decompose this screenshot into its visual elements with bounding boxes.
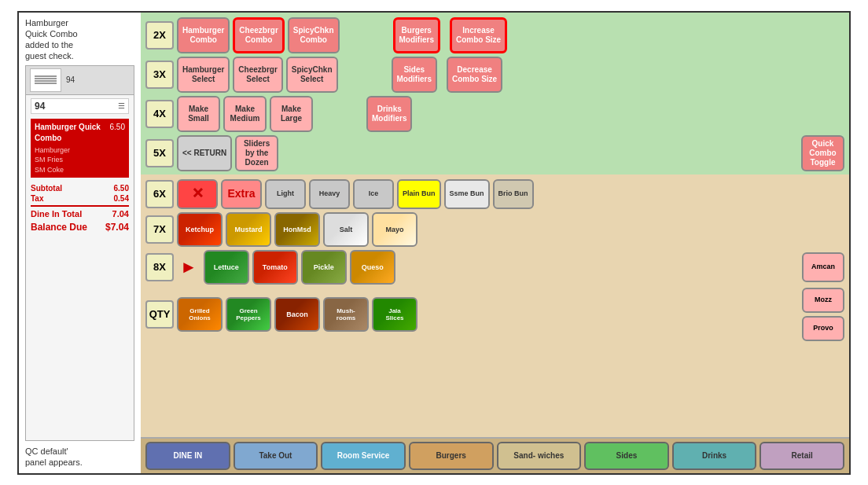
order-number: 94 (35, 101, 45, 112)
ketchup-btn[interactable]: Ketchup (177, 212, 223, 247)
balance-row: Balance Due $7.04 (31, 222, 129, 233)
cond-row-1: 6X ✕ Extra Light Heavy Ice Plain Bun Ssm… (145, 179, 844, 209)
increase-combo-size-btn[interactable]: Increase Combo Size (450, 17, 507, 53)
sides-nav[interactable]: Sides (584, 442, 669, 470)
menu-top-area: 2X Hamburger Combo Cheezbrgr Combo Spicy… (141, 13, 849, 175)
salt-btn[interactable]: Salt (323, 212, 369, 247)
sub-item-2: SM Fries (35, 155, 125, 165)
tax-value: 0.54 (114, 194, 129, 203)
totals-block: Subtotal 6.50 Tax 0.54 Dine In Total 7.0… (31, 184, 129, 233)
cond-row-3: 8X ► Lettuce Tomato Pickle Queso Amcan (145, 250, 844, 285)
queso-btn[interactable]: Queso (350, 250, 395, 285)
mozz-btn[interactable]: Mozz (802, 288, 844, 313)
cond-row-2: 7X Ketchup Mustard HonMsd Salt Mayo (145, 212, 844, 247)
arrow-icon: ► (180, 257, 197, 277)
order-icon: ☰ (118, 101, 125, 110)
provo-btn[interactable]: Provo (802, 316, 844, 341)
ice-btn[interactable]: Ice (353, 179, 394, 209)
button-row-1: 2X Hamburger Combo Cheezbrgr Combo Spicy… (145, 17, 844, 53)
sub-item-3: SM Coke (35, 165, 125, 175)
order-item-price: 6.50 (110, 122, 125, 144)
mushrooms-btn[interactable]: Mush- rooms (323, 297, 369, 332)
pickle-btn[interactable]: Pickle (301, 250, 347, 285)
qty-7x[interactable]: 7X (145, 215, 174, 244)
dine-in-row: Dine In Total 7.04 (31, 205, 129, 219)
qty-4x[interactable]: 4X (145, 100, 174, 128)
right-panel: 2X Hamburger Combo Cheezbrgr Combo Spicy… (141, 13, 849, 473)
ssme-bun-btn[interactable]: Ssme Bun (444, 179, 490, 209)
dine-in-nav[interactable]: DINE IN (145, 442, 230, 470)
qty-3x[interactable]: 3X (145, 61, 174, 89)
extra-btn[interactable]: Extra (221, 179, 262, 209)
mustard-btn[interactable]: Mustard (226, 212, 271, 247)
qty-5x[interactable]: 5X (145, 139, 174, 167)
sides-modifiers-btn[interactable]: Sides Modifiers (392, 57, 437, 93)
button-row-3: 4X Make Small Make Medium Make Large Dri… (145, 96, 844, 132)
cond-row-4: QTY Grilled Onions Green Peppers Bacon M… (145, 288, 844, 341)
return-btn[interactable]: << RETURN (177, 135, 232, 171)
hamburger-combo-btn[interactable]: Hamburger Combo (177, 17, 230, 53)
drinks-modifiers-btn[interactable]: Drinks Modifiers (366, 96, 412, 132)
subtotal-row: Subtotal 6.50 (31, 184, 129, 193)
drinks-nav[interactable]: Drinks (672, 442, 757, 470)
balance-label: Balance Due (31, 222, 87, 233)
decrease-combo-size-btn[interactable]: Decrease Combo Size (447, 57, 502, 93)
cheezbrgr-select-btn[interactable]: Cheezbrgr Select (233, 57, 282, 93)
qty-6x[interactable]: 6X (145, 180, 174, 208)
order-number-row: 94 ☰ (31, 98, 129, 114)
order-item-block[interactable]: Hamburger Quick Combo 6.50 Hamburger SM … (31, 119, 129, 178)
retail-nav[interactable]: Retail (760, 442, 844, 470)
dine-in-label: Dine In Total (31, 209, 82, 219)
plain-bun-btn[interactable]: Plain Bun (397, 179, 441, 209)
order-item-row: Hamburger Quick Combo 6.50 (35, 122, 125, 144)
amcan-btn[interactable]: Amcan (802, 252, 844, 282)
order-sub-items: Hamburger SM Fries SM Coke (35, 145, 125, 175)
receipt-header: 94 (26, 66, 134, 95)
heavy-btn[interactable]: Heavy (309, 179, 350, 209)
qty-btn[interactable]: QTY (145, 300, 174, 329)
make-large-btn[interactable]: Make Large (270, 96, 313, 132)
tomato-btn[interactable]: Tomato (252, 250, 298, 285)
receipt-number: 94 (66, 75, 75, 84)
grilled-onions-btn[interactable]: Grilled Onions (177, 297, 223, 332)
order-item-name: Hamburger Quick Combo (35, 122, 110, 144)
tax-label: Tax (31, 194, 44, 203)
qty-2x[interactable]: 2X (145, 21, 174, 50)
lettuce-btn[interactable]: Lettuce (204, 250, 249, 285)
spicychkn-combo-btn[interactable]: SpicyChkn Combo (288, 17, 340, 53)
subtotal-label: Subtotal (31, 184, 62, 193)
jala-slices-btn[interactable]: Jala Slices (372, 297, 417, 332)
room-service-nav[interactable]: Room Service (321, 442, 406, 470)
honmsd-btn[interactable]: HonMsd (274, 212, 320, 247)
make-small-btn[interactable]: Make Small (177, 96, 220, 132)
quick-combo-toggle-btn[interactable]: Quick Combo Toggle (801, 135, 844, 171)
button-row-4: 5X << RETURN Sliders by the Dozen Quick … (145, 135, 844, 171)
green-peppers-btn[interactable]: Green Peppers (226, 297, 271, 332)
no-btn[interactable]: ✕ (177, 179, 218, 209)
sandwiches-nav[interactable]: Sand- wiches (497, 442, 582, 470)
burgers-modifiers-btn[interactable]: Burgers Modifiers (393, 17, 440, 53)
bottom-nav: DINE IN Take Out Room Service Burgers Sa… (141, 437, 849, 473)
subtotal-value: 6.50 (114, 184, 129, 193)
receipt-body: 94 ☰ Hamburger Quick Combo 6.50 Hamburge… (26, 95, 134, 440)
left-panel: Hamburger Quick Combo added to the guest… (19, 13, 141, 473)
tax-row: Tax 0.54 (31, 194, 129, 203)
take-out-nav[interactable]: Take Out (234, 442, 318, 470)
mayo-btn[interactable]: Mayo (372, 212, 417, 247)
spicychkn-select-btn[interactable]: SpicyChkn Select (286, 57, 338, 93)
bacon-btn[interactable]: Bacon (274, 297, 320, 332)
button-row-2: 3X Hamburger Select Cheezbrgr Select Spi… (145, 57, 844, 93)
sliders-dozen-btn[interactable]: Sliders by the Dozen (235, 135, 278, 171)
light-btn[interactable]: Light (265, 179, 306, 209)
cheezbrgr-combo-btn[interactable]: Cheezbrgr Combo (233, 17, 284, 53)
annotation-top: Hamburger Quick Combo added to the guest… (25, 17, 134, 62)
receipt-area: 94 94 ☰ Hamburger Quick Combo 6.50 Hambu… (25, 65, 134, 441)
balance-value: $7.04 (105, 222, 129, 233)
burgers-nav[interactable]: Burgers (409, 442, 494, 470)
hamburger-select-btn[interactable]: Hamburger Select (177, 57, 230, 93)
make-medium-btn[interactable]: Make Medium (223, 96, 267, 132)
main-container: Hamburger Quick Combo added to the guest… (17, 11, 851, 475)
qty-8x[interactable]: 8X (145, 253, 174, 281)
brio-bun-btn[interactable]: Brio Bun (493, 179, 534, 209)
dine-in-value: 7.04 (112, 209, 129, 219)
